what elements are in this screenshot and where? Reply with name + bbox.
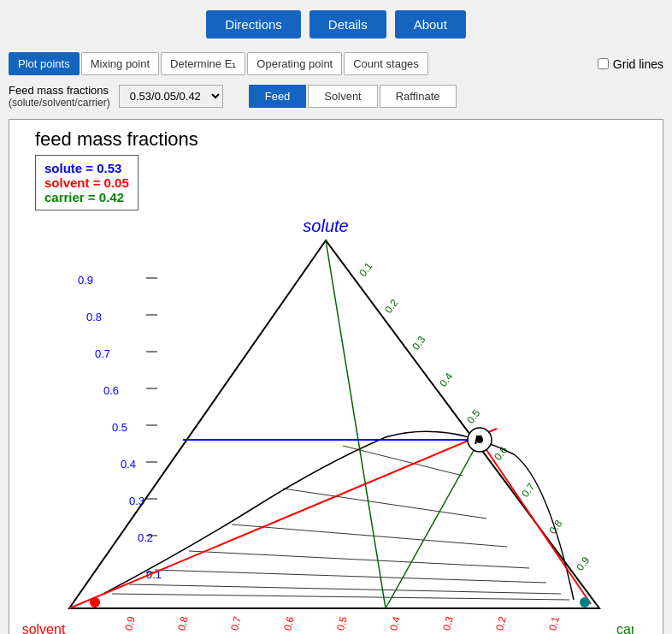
carrier-point bbox=[580, 597, 590, 607]
svg-text:0.9: 0.9 bbox=[122, 615, 138, 632]
red-line-2 bbox=[480, 440, 591, 604]
vertex-carrier-label: carrier bbox=[616, 622, 634, 634]
solvent-point bbox=[90, 597, 100, 607]
tab-mixing-point[interactable]: Mixing point bbox=[81, 52, 159, 75]
svg-text:0.8: 0.8 bbox=[175, 615, 191, 632]
tab-operating-point[interactable]: Operating point bbox=[247, 52, 342, 75]
green-line-1 bbox=[386, 440, 480, 608]
raffinate-button[interactable]: Raffinate bbox=[380, 85, 457, 108]
details-button[interactable]: Details bbox=[309, 10, 386, 39]
svg-text:0.4: 0.4 bbox=[387, 615, 403, 632]
about-button[interactable]: About bbox=[395, 10, 466, 39]
svg-text:0.3: 0.3 bbox=[410, 334, 427, 353]
bottom-axis-labels: 0.1 0.2 0.3 0.4 0.5 0.6 0.7 0.8 0.9 bbox=[122, 615, 562, 632]
legend-carrier: carrier = 0.42 bbox=[44, 190, 129, 204]
feed-dropdown[interactable]: 0.53/0.05/0.42 bbox=[119, 85, 223, 108]
grid-lines-checkbox[interactable] bbox=[598, 58, 609, 69]
solvent-button[interactable]: Solvent bbox=[308, 85, 377, 108]
chart-area: feed mass fractions solute = 0.53 solven… bbox=[9, 119, 663, 634]
tab-plot-points[interactable]: Plot points bbox=[9, 52, 80, 75]
svg-text:0.7: 0.7 bbox=[228, 615, 244, 632]
svg-text:0.5: 0.5 bbox=[334, 615, 350, 632]
svg-text:0.7: 0.7 bbox=[95, 347, 110, 360]
svg-text:0.1: 0.1 bbox=[357, 260, 374, 279]
legend-solvent: solvent = 0.05 bbox=[44, 175, 129, 190]
svg-text:0.6: 0.6 bbox=[103, 384, 119, 397]
svg-text:0.2: 0.2 bbox=[493, 615, 509, 632]
svg-line-39 bbox=[155, 570, 546, 583]
svg-text:0.1: 0.1 bbox=[546, 615, 562, 632]
svg-text:0.6: 0.6 bbox=[492, 444, 510, 463]
svg-text:0.2: 0.2 bbox=[382, 297, 400, 316]
legend-solute: solute = 0.53 bbox=[44, 161, 129, 175]
svg-line-40 bbox=[189, 551, 529, 568]
svg-text:0.3: 0.3 bbox=[440, 615, 456, 632]
grid-lines-label: Grid lines bbox=[613, 57, 663, 71]
vertex-solute-label: solute bbox=[303, 216, 348, 235]
svg-text:0.8: 0.8 bbox=[86, 311, 102, 323]
svg-text:0.3: 0.3 bbox=[129, 495, 144, 507]
tab-determine-e1[interactable]: Determine E₁ bbox=[161, 52, 245, 75]
feed-mass-sublabel: (solute/solvent/carrier) bbox=[9, 97, 110, 109]
svg-text:0.4: 0.4 bbox=[121, 458, 136, 471]
feed-button[interactable]: Feed bbox=[249, 85, 307, 108]
svg-text:0.9: 0.9 bbox=[574, 554, 592, 573]
ternary-diagram: solute solvent carrier 0.1 0.2 0.3 0.4 0… bbox=[18, 215, 634, 634]
svg-text:0.8: 0.8 bbox=[546, 518, 564, 536]
feed-mass-label: Feed mass fractions bbox=[9, 84, 110, 97]
green-line-2 bbox=[326, 240, 386, 608]
svg-text:0.2: 0.2 bbox=[138, 531, 153, 544]
right-axis-labels: 0.1 0.2 0.3 0.4 0.5 0.6 0.7 0.8 0.9 bbox=[357, 260, 592, 573]
svg-text:0.5: 0.5 bbox=[112, 421, 127, 434]
f-label: F bbox=[475, 433, 482, 447]
svg-text:0.9: 0.9 bbox=[78, 274, 93, 287]
svg-line-42 bbox=[283, 489, 486, 518]
legend-box: solute = 0.53 solvent = 0.05 carrier = 0… bbox=[35, 155, 139, 210]
svg-text:0.7: 0.7 bbox=[519, 481, 537, 500]
svg-text:0.5: 0.5 bbox=[464, 407, 482, 426]
svg-text:0.4: 0.4 bbox=[437, 370, 455, 389]
svg-line-37 bbox=[112, 594, 569, 600]
svg-line-41 bbox=[232, 524, 507, 547]
svg-line-38 bbox=[129, 584, 561, 594]
svg-text:0.6: 0.6 bbox=[281, 615, 297, 632]
red-line-1 bbox=[69, 429, 497, 608]
vertex-solvent-label: solvent bbox=[22, 622, 66, 634]
tab-count-stages[interactable]: Count stages bbox=[344, 52, 428, 75]
directions-button[interactable]: Directions bbox=[206, 10, 301, 39]
chart-title: feed mass fractions bbox=[35, 128, 198, 151]
